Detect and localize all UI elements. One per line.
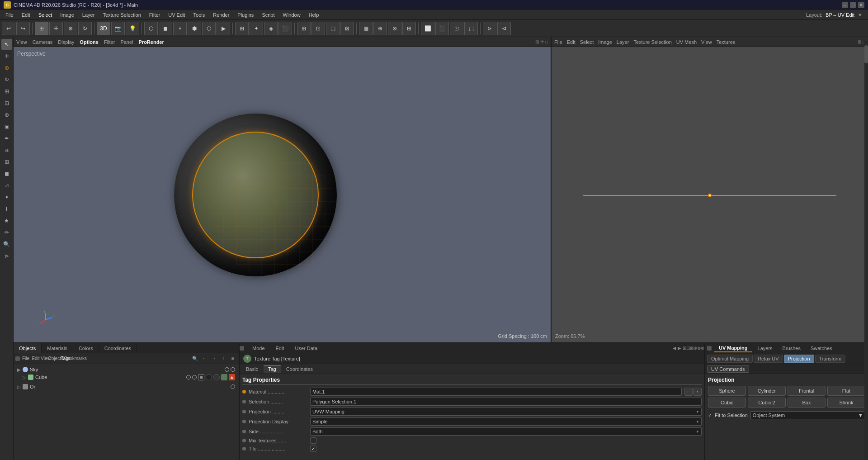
tab-colors[interactable]: Colors [73, 343, 99, 353]
extra-tool-2[interactable]: ⊲ [497, 22, 511, 35]
snap-tool-4[interactable]: ⊞ [402, 22, 416, 35]
mesh-tool-5[interactable]: ⬡ [202, 22, 216, 35]
menu-file[interactable]: File [2, 11, 17, 19]
left-tool-7[interactable]: ⊕ [1, 109, 12, 120]
left-tool-5[interactable]: ⊞ [1, 86, 12, 97]
tab-objects[interactable]: Objects [14, 343, 42, 353]
uvm-subtab-relax[interactable]: Relax UV [754, 355, 783, 363]
left-tool-9[interactable]: ✒ [1, 133, 12, 144]
vp-header-panel[interactable]: Panel [120, 39, 133, 45]
proj-value[interactable]: UVW Mapping ▼ [310, 408, 702, 416]
vp-header-filter[interactable]: Filter [104, 39, 115, 45]
uv-menu-select[interactable]: Select [580, 39, 594, 45]
left-tool-8[interactable]: ◉ [1, 121, 12, 132]
menu-image[interactable]: Image [57, 11, 78, 19]
obj-more[interactable]: ≡ [229, 355, 237, 363]
proj-btn-shrink[interactable]: Shrink [827, 398, 865, 408]
uv-unwrap-2[interactable]: ⊡ [311, 22, 325, 35]
proj-btn-cubic2[interactable]: Cubic 2 [748, 398, 786, 408]
display-tool-3[interactable]: ⊡ [450, 22, 463, 35]
mix-checkbox[interactable] [310, 437, 316, 444]
obj-btn-edit[interactable]: Edit [32, 355, 40, 363]
menu-plugins[interactable]: Plugins [234, 11, 257, 19]
menu-render[interactable]: Render [209, 11, 233, 19]
side-value[interactable]: Both ▼ [310, 427, 702, 436]
menu-script[interactable]: Script [258, 11, 278, 19]
obj-btn-bookmarks[interactable]: Bookmarks [71, 355, 80, 363]
vp-header-prorender[interactable]: ProRender [139, 39, 164, 45]
left-tool-18[interactable]: 🔍 [1, 239, 12, 250]
uv-menu-uv-mesh[interactable]: UV Mesh [676, 39, 697, 45]
object-row-sky[interactable]: ▶ Sky [15, 366, 237, 373]
object-row-cube[interactable]: ▷ Cube ⊞ ▲ [15, 373, 237, 381]
attr-nav-next[interactable]: ▶ [678, 346, 681, 351]
uvm-subtab-optimal[interactable]: Optimal Mapping [707, 355, 753, 363]
object-row-ori[interactable]: ▷ Ori [15, 383, 237, 390]
rotate-tool-button[interactable]: ↻ [78, 22, 92, 35]
cube-vis-dot-1[interactable] [186, 375, 191, 379]
vp-header-display[interactable]: Display [58, 39, 74, 45]
uvm-subtab-projection[interactable]: Projection [784, 355, 814, 363]
tag-warning[interactable]: ▲ [229, 374, 235, 380]
menu-help[interactable]: Help [305, 11, 323, 19]
tag-3[interactable] [213, 374, 220, 380]
uv-tool-4[interactable]: ⬛ [278, 22, 292, 35]
uvm-tab-layers[interactable]: Layers [753, 345, 777, 352]
cube-vis-dot-2[interactable] [192, 375, 197, 379]
uv-tool-2[interactable]: ✦ [250, 22, 263, 35]
mesh-tool-2[interactable]: ◼ [159, 22, 172, 35]
light-button[interactable]: 💡 [126, 22, 139, 35]
obj-nav-back[interactable]: ← [200, 355, 208, 363]
mesh-tool-3[interactable]: ⚬ [173, 22, 187, 35]
attr-toolbar-mode[interactable]: Mode [247, 345, 270, 352]
select-tool-button[interactable]: ⊞ [35, 22, 48, 35]
obj-search-icon[interactable]: 🔍 [191, 355, 199, 363]
left-tool-16[interactable]: ★ [1, 215, 12, 226]
snap-tool-1[interactable]: ▦ [359, 22, 373, 35]
uv-canvas[interactable]: Zoom: 66.7% [552, 47, 868, 342]
menu-select[interactable]: Select [35, 11, 56, 19]
snap-tool-2[interactable]: ⊕ [373, 22, 387, 35]
move-tool-button[interactable]: ✛ [49, 22, 63, 35]
mesh-tool-4[interactable]: ⬢ [188, 22, 201, 35]
attr-subtab-tag[interactable]: Tag [264, 365, 281, 373]
attr-subtab-coordinates[interactable]: Coordinates [282, 365, 317, 373]
left-tool-17[interactable]: ✏ [1, 227, 12, 238]
menu-tools[interactable]: Tools [190, 11, 209, 19]
menu-filter[interactable]: Filter [146, 11, 164, 19]
uv-tool-3[interactable]: ◈ [264, 22, 278, 35]
menu-uv-edit[interactable]: UV Edit [165, 11, 189, 19]
left-tool-6[interactable]: ⊡ [1, 98, 12, 109]
left-tool-12[interactable]: ◼ [1, 168, 12, 179]
left-tool-13[interactable]: ⊿ [1, 180, 12, 191]
proj-btn-cubic[interactable]: Cubic [708, 398, 746, 408]
uv-tool-1[interactable]: ⊞ [235, 22, 249, 35]
close-button[interactable]: ✕ [858, 2, 864, 8]
left-tool-rotate[interactable]: ↻ [1, 74, 12, 85]
uvm-tab-uv-mapping[interactable]: UV Mapping [714, 344, 752, 352]
uv-menu-file[interactable]: File [554, 39, 562, 45]
left-tool-14[interactable]: ✦ [1, 192, 12, 203]
left-tool-scale[interactable]: ⊕ [1, 62, 12, 73]
uv-unwrap-4[interactable]: ⊠ [340, 22, 354, 35]
fit-select[interactable]: Object System ▼ [750, 411, 865, 419]
sky-render-dot[interactable] [231, 367, 235, 372]
menu-window[interactable]: Window [279, 11, 304, 19]
render-button[interactable]: 3D [97, 22, 110, 35]
proj-btn-cylinder[interactable]: Cylinder [748, 386, 786, 396]
display-tool-2[interactable]: ⬛ [435, 22, 449, 35]
proj-btn-box[interactable]: Box [788, 398, 826, 408]
left-tool-11[interactable]: ⊞ [1, 156, 12, 167]
left-tool-15[interactable]: I [1, 204, 12, 214]
proj-btn-flat[interactable]: Flat [827, 386, 865, 396]
uv-menu-texture-selection[interactable]: Texture Selection [633, 39, 671, 45]
vp-header-view[interactable]: View [16, 39, 27, 45]
obj-nav-fwd[interactable]: → [210, 355, 218, 363]
attr-nav-icons2[interactable]: ⊞⊡⊠⊕⊗⊕ [683, 346, 704, 351]
obj-btn-file[interactable]: File [22, 355, 30, 363]
uvm-tab-brushes[interactable]: Brushes [778, 345, 805, 352]
mesh-tool-1[interactable]: ⬡ [144, 22, 158, 35]
left-tool-19[interactable]: ⊳ [1, 251, 12, 261]
projd-value[interactable]: Simple ▼ [310, 417, 702, 426]
attr-toolbar-edit[interactable]: Edit [270, 345, 290, 352]
